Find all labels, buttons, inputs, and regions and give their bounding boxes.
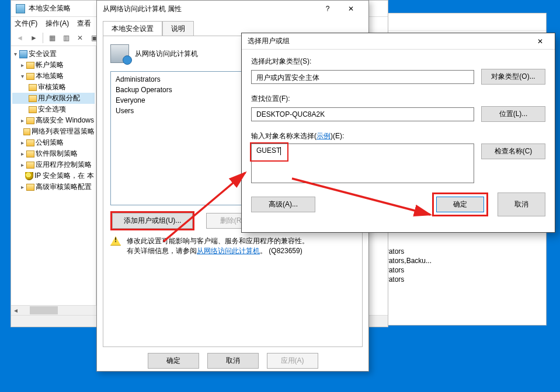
window-title: 本地安全策略 [29, 4, 71, 13]
back-button: ◄ [13, 32, 26, 44]
dialog-titlebar[interactable]: 选择用户或组 [242, 33, 555, 50]
tree-item-local[interactable]: ▾本地策略 [12, 71, 95, 82]
view-button[interactable]: ▥ [60, 32, 72, 44]
svg-line-0 [164, 173, 245, 242]
tree-item-public-key[interactable]: ▸公钥策略 [12, 137, 95, 148]
folder-icon [26, 184, 34, 191]
list-item[interactable]: nistrators [372, 275, 546, 284]
cancel-button[interactable]: 取消 [498, 192, 545, 216]
folder-icon [26, 150, 34, 158]
tree-item-ipsec[interactable]: IP 安全策略，在 本 [12, 170, 95, 181]
tab-local-security[interactable]: 本地安全设置 [103, 21, 162, 36]
menu-file[interactable]: 文件(F) [15, 19, 37, 29]
folder-icon [26, 73, 34, 80]
dialog-title: 选择用户或组 [248, 36, 290, 46]
menu-view[interactable]: 查看 [77, 19, 91, 29]
app-icon [16, 4, 25, 13]
list-item[interactable]: nistrators [372, 265, 546, 275]
tab-explain[interactable]: 说明 [162, 21, 194, 36]
example-link[interactable]: 示例 [316, 132, 331, 140]
tree-item-account[interactable]: ▸帐户策略 [12, 60, 95, 71]
dialog-title: 从网络访问此计算机 属性 [103, 4, 182, 14]
svg-line-1 [292, 178, 430, 215]
menu-action[interactable]: 操作(A) [46, 19, 69, 29]
object-name-label: 输入对象名称来选择(示例)(E): [251, 131, 545, 141]
list-item[interactable]: nistrators [372, 247, 546, 256]
locations-button[interactable]: 位置(L)... [481, 106, 545, 122]
object-type-field: 用户或内置安全主体 [251, 70, 474, 84]
up-button[interactable]: ▦ [46, 32, 58, 44]
annotation-arrow [155, 167, 254, 254]
tree-item-firewall[interactable]: ▸高级安全 Windows [12, 115, 95, 126]
forward-button[interactable]: ► [27, 32, 40, 44]
tree-item-user-rights[interactable]: 用户权限分配 [12, 93, 95, 104]
folder-icon [29, 84, 37, 91]
delete-button[interactable]: ✕ [74, 32, 86, 44]
check-names-button[interactable]: 检查名称(C) [481, 144, 545, 159]
security-icon [19, 50, 27, 58]
tree-item-advanced-audit[interactable]: ▸高级审核策略配置 [12, 181, 95, 192]
help-button[interactable] [316, 2, 339, 16]
tree-panel[interactable]: ▾ 安全设置 ▸帐户策略 ▾本地策略 审核策略 用户权限分配 安全选项 ▸高级安… [11, 46, 96, 315]
dialog-titlebar[interactable]: 从网络访问此计算机 属性 [97, 1, 368, 17]
tree-item-security-options[interactable]: 安全选项 [12, 104, 95, 115]
object-types-button[interactable]: 对象类型(O)... [481, 69, 545, 85]
annotation-box [250, 142, 288, 162]
folder-icon [29, 95, 37, 102]
tree-root[interactable]: ▾ 安全设置 [12, 48, 95, 60]
close-button[interactable] [339, 2, 363, 16]
horizontal-scrollbar[interactable]: ◂ [11, 305, 96, 315]
tree-item-audit[interactable]: 审核策略 [12, 82, 95, 93]
list-item[interactable]: t [372, 295, 546, 304]
ok-button[interactable]: 确定 [436, 197, 484, 212]
folder-icon [26, 139, 34, 146]
folder-icon [29, 106, 37, 113]
object-type-label: 选择此对象类型(S): [251, 57, 545, 66]
tree-item-network-list[interactable]: 网络列表管理器策略 [12, 126, 95, 137]
folder-icon [26, 62, 34, 69]
apply-button: 应用(A) [267, 353, 318, 369]
folder-icon [23, 128, 30, 135]
shield-icon [25, 172, 33, 180]
close-button[interactable] [531, 34, 549, 48]
network-access-icon [110, 44, 129, 63]
tree-item-app-control[interactable]: ▸应用程序控制策略 [12, 159, 95, 170]
cancel-button[interactable]: 取消 [207, 353, 259, 369]
ok-button[interactable]: 确定 [148, 353, 199, 369]
list-item[interactable]: t [372, 285, 546, 295]
tree-item-software-restriction[interactable]: ▸软件限制策略 [12, 148, 95, 159]
folder-icon [26, 117, 34, 124]
list-item[interactable]: nistrators,Backu... [372, 256, 546, 265]
policy-name: 从网络访问此计算机 [135, 49, 198, 59]
location-label: 查找位置(F): [251, 94, 545, 104]
annotation-arrow [287, 174, 439, 226]
warning-icon [110, 236, 121, 246]
location-field: DESKTOP-QUC8A2K [251, 107, 474, 121]
folder-icon [26, 162, 34, 169]
